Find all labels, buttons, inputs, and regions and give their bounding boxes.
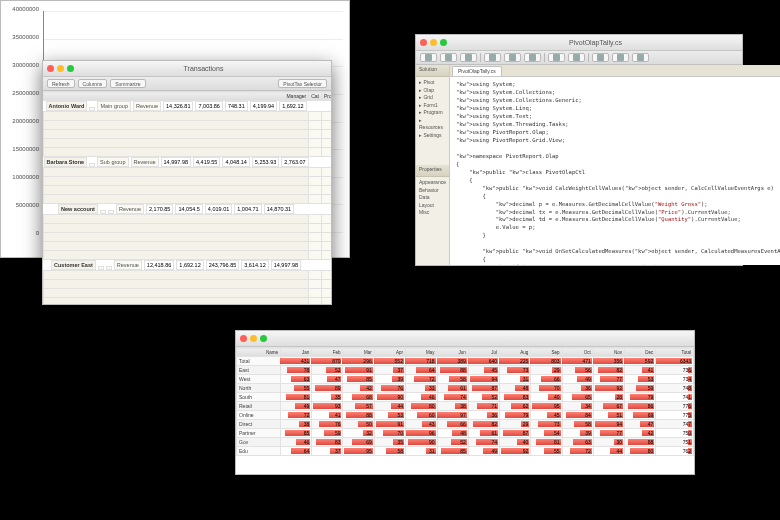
metric-cell: 58 — [437, 375, 468, 384]
titlebar[interactable]: Transactions — [43, 61, 331, 77]
columns-button[interactable]: Columns — [78, 79, 108, 88]
col-header[interactable]: Nov — [593, 348, 624, 357]
tree-tab[interactable]: Solution — [416, 65, 449, 77]
metric-cell: 81 — [281, 393, 312, 402]
manager-cell — [44, 242, 309, 251]
col-header[interactable]: Cat — [309, 92, 322, 101]
value-cell: 2,170.85 — [146, 204, 173, 214]
svg-rect-0 — [425, 54, 432, 61]
build-icon[interactable] — [632, 53, 649, 62]
code-editor[interactable]: "kw">using System; "kw">using System.Col… — [450, 77, 780, 265]
metric-cell: 36 — [468, 411, 499, 420]
metric-cell: 82 — [593, 366, 624, 375]
tree-item[interactable]: ▸ Form1 — [419, 102, 446, 110]
tree-item[interactable]: ▸ Olap — [419, 87, 446, 95]
product-cell — [321, 251, 331, 260]
col-header[interactable]: Oct — [562, 348, 593, 357]
prop-group[interactable]: Behavior — [419, 187, 446, 195]
close-icon[interactable] — [47, 65, 54, 72]
y-tick-label: 35000000 — [12, 34, 39, 40]
props-tab[interactable]: Properties — [416, 165, 449, 177]
metric-cell: 31 — [405, 447, 437, 456]
col-header[interactable]: Apr — [374, 348, 405, 357]
col-header[interactable]: Name — [237, 348, 281, 357]
undo-icon[interactable] — [548, 53, 565, 62]
run-icon[interactable] — [592, 53, 609, 62]
minimize-icon[interactable] — [57, 65, 64, 72]
paste-icon[interactable] — [524, 53, 541, 62]
minimize-icon[interactable] — [430, 39, 437, 46]
cut-icon[interactable] — [484, 53, 501, 62]
zoom-icon[interactable] — [67, 65, 74, 72]
metric-cell: 55 — [281, 384, 312, 393]
close-icon[interactable] — [420, 39, 427, 46]
value-cell: 1,004.71 — [234, 204, 261, 214]
tree-item[interactable]: ▸ Pivot — [419, 79, 446, 87]
col-header[interactable]: May — [405, 348, 437, 357]
tree-item[interactable]: ▸ Resources — [419, 117, 446, 132]
col-header[interactable]: Jul — [468, 348, 499, 357]
prop-group[interactable]: Layout — [419, 202, 446, 210]
metric-cell: 431 — [281, 357, 312, 366]
value-cell: 1,692.12 — [176, 260, 203, 270]
new-icon[interactable] — [420, 53, 437, 62]
manager-cell — [44, 121, 309, 130]
metric-cell: 42 — [343, 384, 374, 393]
metric-cell: 64 — [405, 366, 437, 375]
prop-group[interactable]: Data — [419, 194, 446, 202]
refresh-button[interactable]: Refresh — [47, 79, 75, 88]
pivot-grid[interactable]: ManagerCatProductMetricQ1Q2Q3Q4TotalAnto… — [43, 91, 331, 304]
row-name: Total — [237, 357, 281, 366]
manager-cell — [44, 186, 309, 195]
minimize-icon[interactable] — [250, 335, 257, 342]
cat-cell — [309, 215, 322, 224]
save-icon[interactable] — [460, 53, 477, 62]
tree-item[interactable]: ▸ Program — [419, 109, 446, 117]
metric-cell: 95 — [343, 447, 374, 456]
col-header[interactable]: Dec — [624, 348, 655, 357]
value-cell: 14,997.98 — [271, 260, 301, 270]
cat-cell — [98, 266, 104, 270]
file-tab[interactable]: PivotOlapTally.cs — [452, 66, 502, 76]
metric-cell: 6343 — [656, 357, 694, 366]
col-header[interactable]: Mar — [343, 348, 374, 357]
prop-group[interactable]: Misc — [419, 209, 446, 217]
col-header[interactable]: Sep — [531, 348, 562, 357]
metric-cell: 93 — [312, 402, 343, 411]
redo-icon[interactable] — [568, 53, 585, 62]
metric-cell: 80 — [405, 402, 437, 411]
metric-cell: 48 — [500, 384, 531, 393]
col-header[interactable]: Total — [656, 348, 694, 357]
metrics-grid[interactable]: NameJanFebMarAprMayJunJulAugSepOctNovDec… — [236, 347, 694, 474]
solution-explorer[interactable]: Solution ▸ Pivot▸ Olap▸ Grid▸ Form1▸ Pro… — [416, 65, 450, 265]
metric-cell: 91 — [343, 366, 374, 375]
prop-group[interactable]: Appearance — [419, 179, 446, 187]
copy-icon[interactable] — [504, 53, 521, 62]
zoom-icon[interactable] — [440, 39, 447, 46]
col-header[interactable]: Aug — [500, 348, 531, 357]
tree-item[interactable]: ▸ Settings — [419, 132, 446, 140]
col-header[interactable]: Manager — [44, 92, 309, 101]
metric-cell: 86 — [624, 402, 655, 411]
metric-cell: 76 — [312, 420, 343, 429]
col-header[interactable]: Product — [321, 92, 331, 101]
close-icon[interactable] — [240, 335, 247, 342]
titlebar[interactable]: PivotOlapTally.cs — [416, 35, 742, 51]
svg-rect-5 — [529, 54, 536, 61]
manager-cell — [44, 289, 309, 298]
cat-cell — [309, 233, 322, 242]
titlebar[interactable] — [236, 331, 694, 347]
svg-rect-4 — [509, 54, 516, 61]
col-header[interactable]: Feb — [312, 348, 343, 357]
row-name: West — [237, 375, 281, 384]
product-cell — [321, 139, 331, 148]
metric-cell: 71 — [468, 402, 499, 411]
zoom-icon[interactable] — [260, 335, 267, 342]
stop-icon[interactable] — [612, 53, 629, 62]
col-header[interactable]: Jan — [281, 348, 312, 357]
metric-cell: 29 — [500, 420, 531, 429]
col-header[interactable]: Jun — [437, 348, 468, 357]
tree-item[interactable]: ▸ Grid — [419, 94, 446, 102]
open-icon[interactable] — [440, 53, 457, 62]
summarize-button[interactable]: Summarize — [110, 79, 145, 88]
